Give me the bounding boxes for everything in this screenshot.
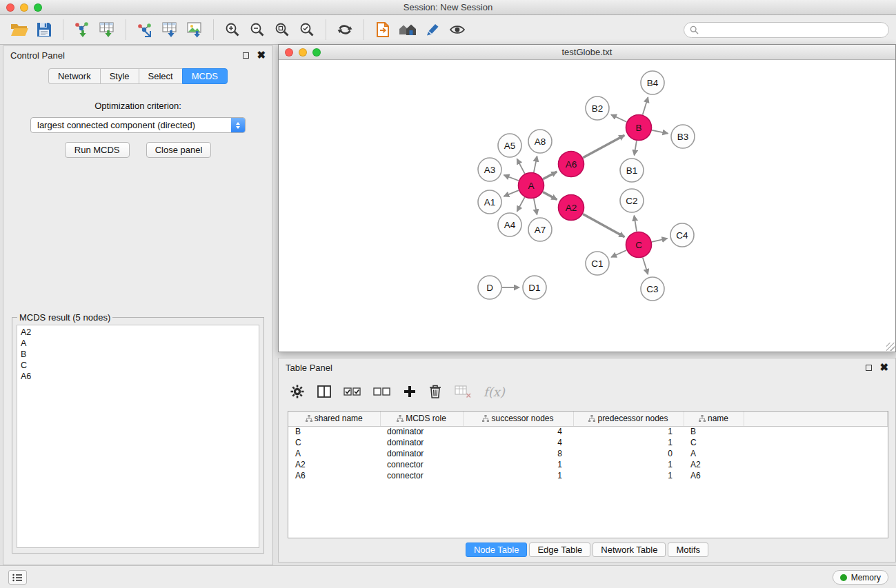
select-all-columns-button[interactable] [344, 385, 361, 398]
first-neighbors-button[interactable] [370, 17, 395, 42]
edge-A6-B[interactable] [583, 135, 624, 158]
graph-node-A[interactable]: A [519, 173, 544, 199]
edge-A-A2[interactable] [543, 192, 557, 199]
edge-A-A7[interactable] [534, 199, 537, 214]
edge-C-C3[interactable] [643, 258, 648, 274]
graph-node-B4[interactable]: B4 [641, 71, 664, 94]
graph-node-A8[interactable]: A8 [528, 130, 552, 153]
close-panel-button[interactable]: Close panel [146, 142, 212, 158]
edge-A-A1[interactable] [504, 190, 519, 196]
edge-C-C2[interactable] [634, 216, 637, 232]
close-window-button[interactable] [6, 3, 14, 12]
tab-network[interactable]: Network [48, 68, 100, 84]
graph-node-D[interactable]: D [478, 276, 501, 299]
edge-C-C1[interactable] [611, 250, 626, 257]
table-row-a6[interactable]: A6connector11A6 [288, 470, 888, 481]
graph-node-A4[interactable]: A4 [498, 213, 521, 236]
graph-node-C1[interactable]: C1 [586, 252, 609, 275]
edge-B-B4[interactable] [643, 97, 648, 114]
zoom-selected-button[interactable] [295, 17, 319, 42]
export-network-button[interactable] [132, 17, 157, 42]
edge-A-A6[interactable] [543, 172, 557, 179]
resize-gripper[interactable] [886, 343, 895, 351]
delete-table-button[interactable] [454, 384, 472, 399]
tab-edge-table[interactable]: Edge Table [529, 543, 590, 557]
run-mcds-button[interactable]: Run MCDS [65, 142, 130, 158]
search-box[interactable] [684, 22, 889, 38]
table-row-b[interactable]: Bdominator41B [288, 426, 888, 437]
edge-A2-C[interactable] [583, 214, 624, 236]
export-image-button[interactable] [182, 17, 207, 42]
export-table-button[interactable] [157, 17, 182, 42]
graph-node-C3[interactable]: C3 [641, 277, 664, 301]
show-details-button[interactable] [445, 17, 470, 42]
edge-A-A8[interactable] [534, 156, 537, 172]
column-header-mcds-role[interactable]: MCDS role [380, 412, 463, 426]
graph-node-A6[interactable]: A6 [559, 152, 584, 177]
home-fit-button[interactable] [395, 17, 420, 42]
tab-mcds[interactable]: MCDS [182, 68, 228, 84]
zoom-window-button[interactable] [34, 3, 42, 12]
save-session-button[interactable] [32, 17, 57, 42]
edge-A-A5[interactable] [517, 159, 524, 173]
open-file-button[interactable] [7, 17, 32, 42]
zoom-fit-button[interactable] [270, 17, 295, 42]
table-row-a[interactable]: Adominator80A [288, 448, 888, 459]
add-column-button[interactable] [403, 385, 417, 398]
tab-style[interactable]: Style [100, 68, 139, 84]
zoom-out-button[interactable] [245, 17, 270, 42]
graph-node-C[interactable]: C [626, 232, 652, 258]
network-canvas[interactable]: AA1A2A3A4A5A6A7A8BB1B2B3B4CC1C2C3C4DD1 [279, 60, 895, 352]
edge-A-A3[interactable] [504, 175, 519, 181]
graph-node-B[interactable]: B [626, 115, 652, 141]
minimize-window-button[interactable] [20, 3, 28, 12]
edge-A-A4[interactable] [517, 197, 525, 212]
float-table-panel-icon[interactable] [866, 365, 872, 371]
tab-motifs[interactable]: Motifs [668, 543, 708, 557]
import-network-button[interactable] [70, 17, 94, 42]
graph-node-A7[interactable]: A7 [528, 218, 552, 241]
minimize-view-button[interactable] [299, 48, 307, 57]
network-window-titlebar[interactable]: testGlobe.txt [279, 45, 895, 60]
graph-node-B1[interactable]: B1 [620, 159, 644, 182]
graph-node-A3[interactable]: A3 [478, 158, 501, 181]
graph-node-C2[interactable]: C2 [620, 189, 644, 212]
graph-node-D1[interactable]: D1 [523, 276, 546, 299]
graph-node-B2[interactable]: B2 [586, 97, 609, 120]
memory-button[interactable]: Memory [833, 570, 888, 585]
table-row-c[interactable]: Cdominator41C [288, 437, 888, 448]
criterion-select[interactable]: largest connected component (directed) [30, 117, 246, 133]
search-input[interactable] [702, 25, 883, 34]
tab-network-table[interactable]: Network Table [593, 543, 666, 557]
show-columns-button[interactable] [317, 385, 332, 398]
function-builder-button[interactable]: f(x) [484, 385, 505, 399]
import-table-button[interactable] [94, 17, 119, 42]
graph-node-C4[interactable]: C4 [670, 223, 694, 247]
edge-B-B3[interactable] [652, 130, 668, 134]
column-header-shared-name[interactable]: shared name [288, 412, 380, 426]
column-header-predecessor-nodes[interactable]: predecessor nodes [573, 412, 684, 426]
close-view-button[interactable] [285, 48, 293, 57]
tab-node-table[interactable]: Node Table [466, 543, 528, 557]
graph-node-B3[interactable]: B3 [671, 125, 695, 148]
edge-B-B1[interactable] [635, 141, 637, 155]
column-header-successor-nodes[interactable]: successor nodes [463, 412, 573, 426]
task-history-button[interactable] [8, 570, 27, 585]
refresh-layout-button[interactable] [332, 17, 357, 42]
graph-node-A2[interactable]: A2 [559, 195, 584, 221]
edge-B-B2[interactable] [611, 114, 626, 122]
float-panel-icon[interactable] [243, 52, 249, 59]
deselect-all-columns-button[interactable] [373, 385, 391, 398]
close-table-panel-icon[interactable]: ✖ [879, 363, 888, 372]
zoom-in-button[interactable] [220, 17, 245, 42]
apply-style-button[interactable] [420, 17, 445, 42]
graph-node-A1[interactable]: A1 [478, 190, 501, 214]
edge-C-C4[interactable] [652, 239, 668, 242]
delete-column-button[interactable] [428, 384, 442, 399]
zoom-view-button[interactable] [312, 48, 321, 57]
table-row-a2[interactable]: A2connector11A2 [288, 459, 888, 470]
mcds-result-list[interactable]: A2ABCA6 [17, 325, 259, 548]
tab-select[interactable]: Select [139, 68, 182, 84]
close-panel-icon[interactable]: ✖ [257, 51, 266, 59]
graph-node-A5[interactable]: A5 [498, 134, 521, 157]
